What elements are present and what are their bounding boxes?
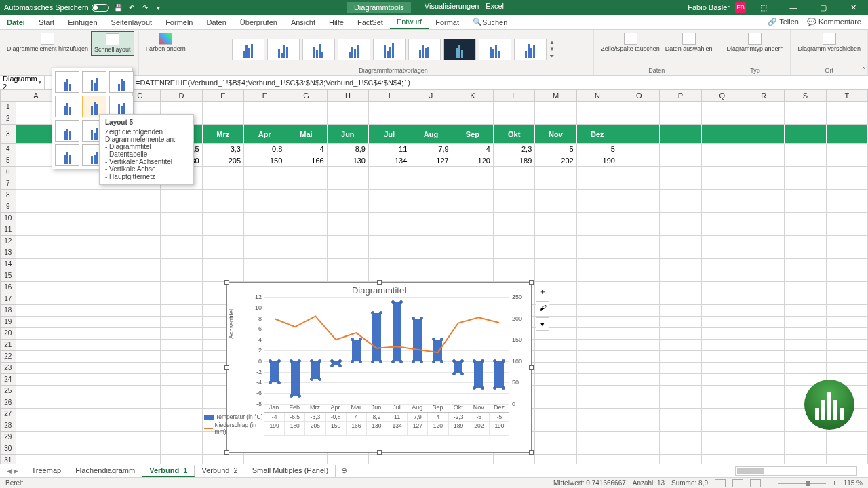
- cell[interactable]: [577, 420, 618, 432]
- cell[interactable]: [743, 282, 785, 293]
- change-colors-button[interactable]: Farben ändern: [143, 31, 189, 54]
- row-header[interactable]: 21: [0, 340, 16, 351]
- cell[interactable]: [119, 374, 161, 386]
- cell[interactable]: [660, 374, 701, 386]
- cell[interactable]: [369, 455, 410, 464]
- cell[interactable]: [494, 259, 535, 270]
- cell[interactable]: [161, 102, 202, 113]
- cell[interactable]: [535, 455, 576, 464]
- cell[interactable]: [785, 443, 826, 455]
- cell[interactable]: [119, 340, 161, 351]
- cell[interactable]: [660, 201, 701, 213]
- cell[interactable]: [702, 125, 743, 144]
- cell[interactable]: [328, 190, 369, 201]
- cell[interactable]: [452, 201, 494, 213]
- cell[interactable]: [702, 340, 743, 351]
- tab-entwurf[interactable]: Entwurf: [390, 15, 429, 29]
- chart-title[interactable]: Diagrammtitel: [227, 283, 531, 297]
- cell[interactable]: [369, 102, 410, 113]
- cell[interactable]: [702, 236, 743, 247]
- cell[interactable]: 7,9: [410, 144, 452, 155]
- cell[interactable]: [743, 102, 785, 113]
- cell[interactable]: [827, 317, 868, 328]
- row-header[interactable]: 4: [0, 144, 16, 155]
- cell[interactable]: [827, 351, 868, 363]
- cell[interactable]: [119, 443, 161, 455]
- cell[interactable]: [452, 259, 494, 270]
- cell[interactable]: [702, 224, 743, 236]
- cell[interactable]: [328, 247, 369, 259]
- tab-file[interactable]: Datei: [0, 15, 32, 29]
- cell[interactable]: [410, 236, 452, 247]
- layout-thumb[interactable]: [55, 120, 79, 142]
- column-header[interactable]: R: [743, 89, 785, 102]
- cell[interactable]: [56, 293, 119, 305]
- cell[interactable]: [203, 270, 244, 282]
- cell[interactable]: [410, 224, 452, 236]
- qat-customize-icon[interactable]: ▾: [154, 3, 163, 12]
- cell[interactable]: [577, 247, 618, 259]
- chart-style-thumb[interactable]: [514, 39, 547, 60]
- cell[interactable]: [410, 113, 452, 125]
- cell[interactable]: [119, 409, 161, 420]
- cell[interactable]: [660, 420, 701, 432]
- cell[interactable]: [660, 328, 701, 340]
- cell[interactable]: [577, 213, 618, 224]
- cell[interactable]: [203, 113, 244, 125]
- cell[interactable]: [785, 125, 826, 144]
- cell[interactable]: [285, 190, 327, 201]
- cell[interactable]: [660, 247, 701, 259]
- row-header[interactable]: 31: [0, 455, 16, 464]
- chart-style-thumb[interactable]: [302, 39, 335, 60]
- cell[interactable]: [660, 282, 701, 293]
- move-chart-button[interactable]: Diagramm verschieben: [795, 31, 863, 54]
- column-header[interactable]: K: [452, 89, 494, 102]
- cell[interactable]: [702, 167, 743, 178]
- sheet-tab[interactable]: Verbund_1: [142, 465, 195, 477]
- cell[interactable]: [285, 455, 327, 464]
- cell[interactable]: [16, 125, 56, 144]
- cell[interactable]: [618, 125, 660, 144]
- cell[interactable]: [410, 167, 452, 178]
- cell[interactable]: [785, 328, 826, 340]
- cell[interactable]: [16, 155, 56, 167]
- cell[interactable]: [119, 282, 161, 293]
- row-header[interactable]: 6: [0, 167, 16, 178]
- cell[interactable]: [785, 293, 826, 305]
- cell[interactable]: [452, 102, 494, 113]
- cell[interactable]: Mai: [285, 125, 327, 144]
- cell[interactable]: [618, 213, 660, 224]
- cell[interactable]: [56, 247, 119, 259]
- cell[interactable]: [452, 247, 494, 259]
- cell[interactable]: [452, 270, 494, 282]
- cell[interactable]: [827, 293, 868, 305]
- normal-view-icon[interactable]: [715, 479, 726, 487]
- cell[interactable]: [660, 125, 701, 144]
- cell[interactable]: [743, 224, 785, 236]
- cell[interactable]: [119, 270, 161, 282]
- cell[interactable]: [660, 236, 701, 247]
- cell[interactable]: [743, 155, 785, 167]
- cell[interactable]: [702, 328, 743, 340]
- column-header[interactable]: Q: [702, 89, 743, 102]
- cell[interactable]: [618, 190, 660, 201]
- cell[interactable]: [161, 190, 202, 201]
- cell[interactable]: [16, 201, 56, 213]
- cell[interactable]: [244, 247, 285, 259]
- minimize-icon[interactable]: —: [781, 0, 806, 15]
- cell[interactable]: [56, 213, 119, 224]
- cell[interactable]: [827, 328, 868, 340]
- cell[interactable]: [618, 167, 660, 178]
- tab-start[interactable]: Start: [32, 15, 61, 29]
- tab-einfügen[interactable]: Einfügen: [61, 15, 104, 29]
- cell[interactable]: [328, 259, 369, 270]
- cell[interactable]: [119, 293, 161, 305]
- cell[interactable]: [577, 270, 618, 282]
- cell[interactable]: [702, 351, 743, 363]
- cell[interactable]: [535, 409, 576, 420]
- cell[interactable]: [16, 259, 56, 270]
- cell[interactable]: [827, 155, 868, 167]
- cell[interactable]: [618, 201, 660, 213]
- cell[interactable]: [535, 190, 576, 201]
- cell[interactable]: [535, 351, 576, 363]
